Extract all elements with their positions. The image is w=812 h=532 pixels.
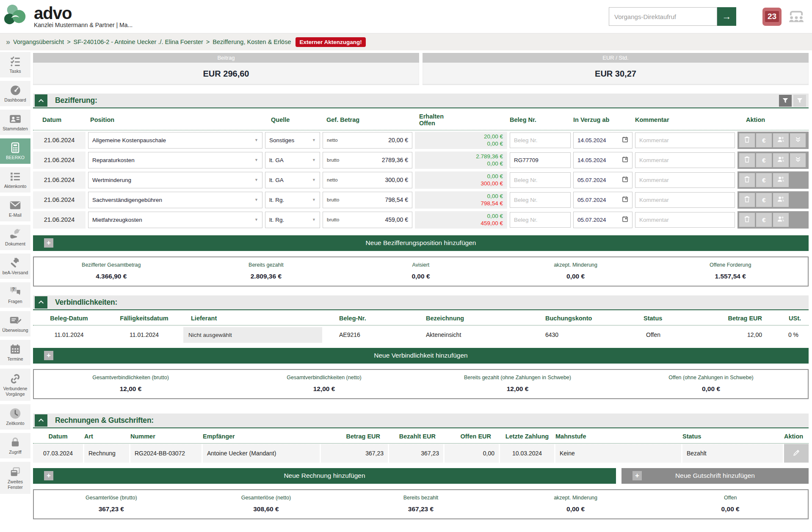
beleg-nr-input[interactable] <box>510 172 571 188</box>
delete-button[interactable] <box>739 173 755 187</box>
verzug-date-input[interactable]: 05.07.2024 <box>573 212 632 228</box>
summary-label: Bezifferter Gesamtbetrag <box>34 262 189 268</box>
quelle-select[interactable]: Sonstiges▼ <box>265 132 320 149</box>
gef-betrag-field[interactable]: brutto2789,36 € <box>323 152 412 168</box>
delete-button[interactable] <box>739 133 755 147</box>
filter-button[interactable] <box>779 95 792 107</box>
sidebar-item-beerko[interactable]: BEERKO <box>0 138 30 164</box>
sidebar-item-fragen[interactable]: ?Fragen <box>0 282 30 308</box>
dashboard-icon <box>10 84 21 96</box>
collapse-rechnungen-button[interactable] <box>35 414 47 427</box>
expand-button[interactable] <box>790 133 806 147</box>
beleg-nr-input[interactable] <box>510 152 571 168</box>
payment-button[interactable]: € <box>756 173 772 187</box>
add-verbindlichkeit-button[interactable]: + Neue Verbindlichkeit hinzufügen <box>33 348 809 364</box>
position-select[interactable]: Sachverständigengebühren▼ <box>88 192 262 208</box>
sidebar-item-label: Fragen <box>8 299 22 304</box>
verzug-date-input[interactable]: 14.05.2024 <box>573 132 632 149</box>
column-header-status: Status <box>682 433 783 440</box>
sidebar-item-stammdaten[interactable]: Stammdaten <box>0 110 30 135</box>
quelle-select[interactable]: lt. GA▼ <box>265 152 320 168</box>
case-quick-access-button[interactable]: → <box>717 7 736 26</box>
lieferant-select[interactable]: Nicht ausgewählt <box>183 327 322 343</box>
sidebar-item-zugriff[interactable]: Zugriff <box>0 433 30 458</box>
position-select[interactable]: Allgemeine Kostenpauschale▼ <box>88 132 262 149</box>
sidebar-item-zeitkonto[interactable]: Zeitkonto <box>0 404 30 430</box>
collapse-bezifferung-button[interactable] <box>35 94 47 107</box>
section-verbindlichkeiten: Verbindlichkeiten: Beleg-Datum Fälligkei… <box>33 295 809 399</box>
beleg-nr-input[interactable] <box>510 212 571 228</box>
erhalten-offen-cell: 0,00 €798,54 € <box>415 191 507 209</box>
column-header-letzte-zahlung: Letzte Zahlung <box>500 433 554 440</box>
assign-person-button[interactable] <box>773 153 789 167</box>
position-select[interactable]: Mietfahrzeugkosten▼ <box>88 212 262 228</box>
breadcrumb-link-vorgangsuebersicht[interactable]: Vorgangsübersicht <box>13 39 64 45</box>
verzug-date-input[interactable]: 14.05.2024 <box>573 152 632 168</box>
quelle-select[interactable]: lt. GA▼ <box>265 172 320 188</box>
bea-versand-icon <box>10 257 21 269</box>
column-header-betrag-eur: Betrag EUR <box>321 433 388 440</box>
sidebar-item-email[interactable]: E-Mail <box>0 196 30 221</box>
quelle-select[interactable]: lt. Rg.▼ <box>265 212 320 228</box>
betrag-typ-label: netto <box>327 138 338 143</box>
payment-button[interactable]: € <box>756 213 772 227</box>
kommentar-input[interactable] <box>635 152 735 168</box>
assign-person-button[interactable] <box>773 133 789 147</box>
verzug-date-input[interactable]: 05.07.2024 <box>573 172 632 188</box>
row-date: 21.06.2024 <box>33 211 86 229</box>
sidebar-item-verbundene-vorgaenge[interactable]: Verbundene Vorgänge <box>0 369 30 401</box>
assign-person-button[interactable] <box>773 193 789 207</box>
gef-betrag-field[interactable]: netto300,00 € <box>323 172 412 188</box>
calendar-icon <box>622 216 628 223</box>
kommentar-input[interactable] <box>635 212 735 228</box>
gef-betrag-field[interactable]: brutto459,00 € <box>323 212 412 228</box>
assign-person-button[interactable] <box>773 173 789 187</box>
chevron-down-icon: ▼ <box>254 178 258 182</box>
gef-betrag-field[interactable]: netto20,00 € <box>323 132 412 149</box>
payment-button[interactable]: € <box>756 153 772 167</box>
sidebar-item-dokument[interactable]: Dokument <box>0 225 30 250</box>
gef-betrag-field[interactable]: brutto798,54 € <box>323 192 412 208</box>
sidebar-item-aktenkonto[interactable]: Aktenkonto <box>0 167 30 193</box>
add-rechnung-button[interactable]: + Neue Rechnung hinzufügen <box>33 468 616 484</box>
sidebar-item-termine[interactable]: Termine <box>0 340 30 365</box>
notification-calendar-badge[interactable]: 23 <box>762 8 782 26</box>
sidebar-item-tasks[interactable]: Tasks <box>0 52 30 77</box>
expand-button[interactable] <box>790 153 806 167</box>
summary-value: 367,23 € <box>34 505 189 513</box>
beleg-nr-input[interactable] <box>510 192 571 208</box>
kommentar-input[interactable] <box>635 192 735 208</box>
summary-col: Offen (ohne Zahlungen in Schwebe)0,00 € <box>614 375 808 393</box>
kommentar-input[interactable] <box>635 172 735 188</box>
delete-button[interactable] <box>739 213 755 227</box>
add-bezifferung-button[interactable]: + Neue Bezifferungsposition hinzufügen <box>33 235 809 251</box>
breadcrumb-link-case[interactable]: SF-240106-2 - Antoine Uecker ./. Elina F… <box>74 39 203 45</box>
sidebar-item-bea-versand[interactable]: beA-Versand <box>0 254 30 279</box>
column-header-art: Art <box>84 433 129 440</box>
collapse-verbindlichkeiten-button[interactable] <box>35 296 47 309</box>
add-gutschrift-button[interactable]: + Neue Gutschrift hinzufügen <box>621 468 809 484</box>
payment-button[interactable]: € <box>756 133 772 147</box>
kommentar-input[interactable] <box>635 132 735 148</box>
case-quick-access-input[interactable] <box>609 7 717 26</box>
row-actions: € <box>737 171 809 189</box>
quelle-value: Sonstiges <box>269 137 294 143</box>
assign-person-button[interactable] <box>773 213 789 227</box>
position-select[interactable]: Wertminderung▼ <box>88 172 262 188</box>
beleg-nr-input[interactable] <box>510 132 571 148</box>
row-actions: € <box>737 132 809 149</box>
column-header-beleg-nr: Beleg-Nr. <box>331 315 418 322</box>
quelle-select[interactable]: lt. Rg.▼ <box>265 192 320 208</box>
sidebar-item-zweites-fenster[interactable]: Zweites Fenster <box>0 462 30 494</box>
filter-clear-button[interactable] <box>793 95 806 107</box>
sidebar-item-dashboard[interactable]: Dashboard <box>0 81 30 106</box>
edit-invoice-button[interactable] <box>784 444 809 463</box>
position-select[interactable]: Reparaturkosten▼ <box>88 152 262 168</box>
summary-value: 1.557,54 € <box>653 273 808 280</box>
sidebar-item-ueberweisung[interactable]: Überweisung <box>0 311 30 336</box>
delete-button[interactable] <box>739 193 755 207</box>
verzug-date-input[interactable]: 05.07.2024 <box>573 192 632 208</box>
delete-button[interactable] <box>739 153 755 167</box>
meeting-people-icon[interactable] <box>787 9 805 24</box>
payment-button[interactable]: € <box>756 193 772 207</box>
